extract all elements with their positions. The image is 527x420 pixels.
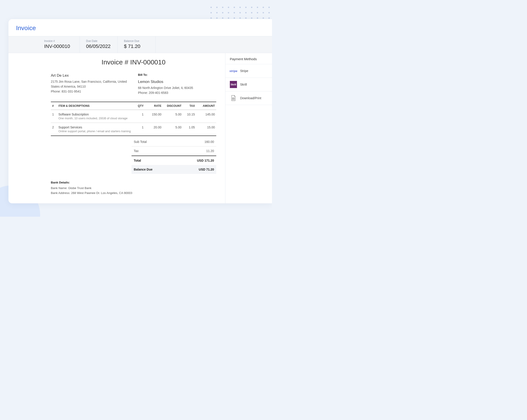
col-item: ITEM & DESCRIPTIONS: [57, 102, 134, 110]
totals: Sub Total 160.00 Tax 11.20 Total USD 171…: [132, 137, 216, 174]
tax-row: Tax 11.20: [132, 146, 216, 155]
table-row: 1 Software Subscription One month, 10 us…: [51, 110, 216, 123]
from-address: 2175 Jim Rosa Lane, San Francisco, Calif…: [51, 79, 129, 89]
meta-label: Invoice #: [44, 39, 73, 43]
party-to: Bill To: Lemon Studios 68 North Arlingto…: [138, 73, 216, 95]
meta-due-date: Due Date 06/05/2022: [80, 36, 118, 53]
download-print-button[interactable]: Download/Print: [225, 91, 272, 105]
cell-rate: 20.00: [145, 123, 163, 136]
svg-rect-0: [232, 98, 234, 100]
sidebar-title: Payment Methods: [225, 53, 272, 64]
subtotal-label: Sub Total: [134, 140, 147, 144]
parties: Art De Lex 2175 Jim Rosa Lane, San Franc…: [51, 73, 216, 95]
cell-tax: 1.05: [183, 123, 196, 136]
skrill-icon: Skrill: [230, 81, 237, 88]
payment-method-label: Stripe: [240, 69, 248, 73]
invoice-document: Invoice # INV-000010 Art De Lex 2175 Jim…: [9, 53, 225, 203]
cell-amount: 15.00: [196, 123, 216, 136]
col-qty: QTY: [134, 102, 145, 110]
to-address: 68 North Arlington Drive Joliet, IL 6043…: [138, 86, 216, 90]
page-title: Invoice: [9, 19, 272, 36]
invoice-card: Invoice Invoice # INV-000010 Due Date 06…: [9, 19, 272, 203]
col-rate: RATE: [145, 102, 163, 110]
cell-rate: 150.00: [145, 110, 163, 123]
balance-row: Balance Due USD 71.20: [132, 165, 216, 174]
meta-balance-due: Balance Due $ 71.20: [118, 36, 156, 53]
meta-label: Due Date: [86, 39, 111, 43]
payment-method-label: Download/Print: [240, 96, 261, 100]
to-name: Lemon Studios: [138, 79, 216, 85]
payment-method-label: Skrill: [240, 83, 247, 86]
stripe-icon: stripe: [230, 67, 237, 75]
bank-address: Bank Address: 268 West Pawnee Dr. Los An…: [51, 191, 216, 196]
cell-item: Software Subscription One month, 10 user…: [57, 110, 134, 123]
cell-discount: 5.00: [163, 110, 183, 123]
cell-qty: 1: [134, 110, 145, 123]
total-value: USD 171.20: [197, 159, 214, 162]
col-discount: DISCOUNT: [163, 102, 183, 110]
document-icon: [230, 95, 237, 102]
bank-name: Bank Name: Globe Trust Bank: [51, 186, 216, 191]
col-tax: TAX: [183, 102, 196, 110]
payment-method-stripe[interactable]: stripe Stripe: [225, 64, 272, 77]
cell-item: Support Services Online support portal, …: [57, 123, 134, 136]
meta-value: INV-000010: [44, 44, 73, 49]
line-items-table: # ITEM & DESCRIPTIONS QTY RATE DISCOUNT …: [51, 102, 216, 136]
col-num: #: [51, 102, 57, 110]
meta-bar: Invoice # INV-000010 Due Date 06/05/2022…: [9, 36, 272, 53]
table-row: 2 Support Services Online support portal…: [51, 123, 216, 136]
cell-qty: 1: [134, 123, 145, 136]
total-row: Total USD 171.20: [132, 155, 216, 165]
bank-heading: Bank Details:: [51, 180, 216, 185]
meta-label: Balance Due: [124, 39, 149, 43]
subtotal-value: 160.00: [204, 140, 214, 144]
total-label: Total: [134, 159, 141, 162]
item-desc: Online support portal, phone / email and…: [58, 130, 132, 133]
meta-invoice-number: Invoice # INV-000010: [9, 36, 80, 53]
subtotal-row: Sub Total 160.00: [132, 137, 216, 146]
bill-to-heading: Bill To:: [138, 73, 216, 77]
tax-label: Tax: [134, 149, 139, 153]
meta-value: $ 71.20: [124, 44, 149, 49]
cell-discount: 5.00: [163, 123, 183, 136]
balance-label: Balance Due: [134, 168, 153, 171]
item-name: Support Services: [58, 125, 132, 129]
body-area: Invoice # INV-000010 Art De Lex 2175 Jim…: [9, 53, 272, 203]
col-amount: AMOUNT: [196, 102, 216, 110]
item-desc: One month, 10 users included, 20GB of cl…: [58, 117, 132, 120]
item-name: Software Subscription: [58, 113, 132, 116]
cell-amount: 145.00: [196, 110, 216, 123]
cell-num: 1: [51, 110, 57, 123]
from-phone: Phone: 831-331-9541: [51, 89, 129, 94]
party-from: Art De Lex 2175 Jim Rosa Lane, San Franc…: [51, 73, 129, 95]
cell-num: 2: [51, 123, 57, 136]
balance-value: USD 71.20: [199, 168, 214, 171]
payment-sidebar: Payment Methods stripe Stripe Skrill Skr…: [225, 53, 272, 203]
bank-details: Bank Details: Bank Name: Globe Trust Ban…: [51, 180, 216, 196]
document-title: Invoice # INV-000010: [51, 58, 216, 66]
to-phone: Phone: 209-401-6583: [138, 90, 216, 95]
cell-tax: 10.15: [183, 110, 196, 123]
meta-value: 06/05/2022: [86, 44, 111, 49]
from-name: Art De Lex: [51, 73, 129, 78]
payment-method-skrill[interactable]: Skrill Skrill: [225, 77, 272, 91]
tax-value: 11.20: [206, 149, 214, 153]
